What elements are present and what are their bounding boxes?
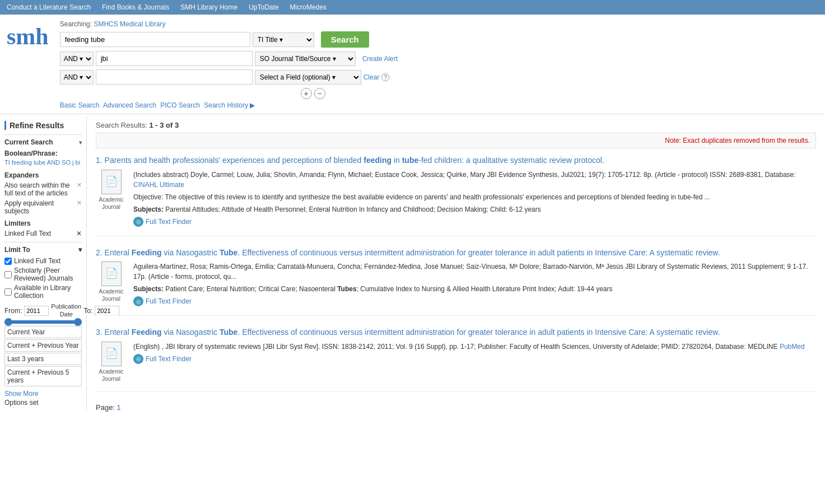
boolean-phrase-label: Boolean/Phrase: bbox=[4, 150, 58, 157]
search-row-2: AND ▾ SO Journal Title/Source ▾ Create A… bbox=[60, 51, 818, 66]
full-text-finder-3[interactable]: ◎ Full Text Finder bbox=[133, 354, 816, 364]
pico-search-link[interactable]: PICO Search bbox=[160, 101, 200, 109]
expander-remove-2[interactable]: ✕ bbox=[77, 199, 82, 207]
result-item-3: 3. Enteral Feeding via Nasogastric Tube.… bbox=[96, 327, 816, 392]
result-subjects-2: Subjects: Patient Care; Enteral Nutritio… bbox=[133, 284, 816, 294]
remove-row-button[interactable]: − bbox=[314, 88, 325, 99]
year-option-current[interactable]: Current Year bbox=[4, 326, 82, 338]
result-body-3: 📄 Academic Journal (English) , JBI libra… bbox=[96, 342, 816, 382]
expander-item-2: Apply equivalent subjects ✕ bbox=[4, 199, 82, 215]
library-link[interactable]: SMHCS Medical Library bbox=[94, 20, 165, 28]
current-search-section[interactable]: Current Search ▾ bbox=[4, 134, 82, 146]
search-links: Basic Search Advanced Search PICO Search… bbox=[60, 101, 818, 109]
expander-text-1: Also search within the full text of the … bbox=[4, 181, 74, 197]
doc-icon-1: 📄 bbox=[101, 170, 122, 194]
field-select-3[interactable]: Select a Field (optional) ▾ bbox=[255, 70, 361, 85]
nav-conduct-search[interactable]: Conduct a Literature Search bbox=[7, 3, 91, 11]
year-option-3years[interactable]: Last 3 years bbox=[4, 353, 82, 365]
options-set-label: Options set bbox=[4, 399, 82, 407]
result-item-2: 2. Enteral Feeding via Nasogastric Tube.… bbox=[96, 248, 816, 316]
journal-icon-3: 📄 Academic Journal bbox=[96, 342, 127, 382]
limiter-remove-1[interactable]: ✕ bbox=[76, 230, 82, 237]
limit-to-header[interactable]: Limit To ▾ bbox=[4, 246, 82, 254]
date-slider[interactable] bbox=[4, 320, 82, 324]
search-input-2[interactable] bbox=[96, 51, 253, 66]
advanced-search-link[interactable]: Advanced Search bbox=[103, 101, 156, 109]
clear-link[interactable]: Clear bbox=[363, 73, 380, 81]
field-select-2[interactable]: SO Journal Title/Source ▾ bbox=[255, 52, 356, 66]
journal-type-1: Academic Journal bbox=[99, 197, 124, 210]
field-select-1[interactable]: TI Title ▾ bbox=[253, 32, 314, 47]
refine-results-title: Refine Results bbox=[4, 121, 82, 130]
result-number-3: 3. Enteral Feeding via Nasogastric Tube.… bbox=[96, 327, 816, 338]
limiter-text-1: Linked Full Text bbox=[4, 230, 51, 237]
bool-select-3[interactable]: AND ▾ bbox=[60, 70, 94, 85]
results-header: Search Results: 1 - 3 of 3 bbox=[96, 121, 816, 129]
expander-remove-1[interactable]: ✕ bbox=[77, 181, 82, 189]
expander-item-1: Also search within the full text of the … bbox=[4, 181, 82, 197]
nav-micromedex[interactable]: MicroMedex bbox=[290, 3, 327, 11]
result-subjects-1: Subjects: Parental Attitudes; Attitude o… bbox=[133, 204, 816, 214]
search-input-3[interactable] bbox=[96, 69, 253, 85]
available-library-checkbox[interactable]: Available in Library Collection bbox=[4, 284, 82, 300]
search-history-link[interactable]: Search History ▶ bbox=[204, 101, 255, 109]
linked-full-text-checkbox[interactable]: Linked Full Text bbox=[4, 257, 82, 265]
full-text-finder-2[interactable]: ◎ Full Text Finder bbox=[133, 296, 816, 306]
result-title-2[interactable]: 2. Enteral Feeding via Nasogastric Tube.… bbox=[96, 248, 816, 259]
top-navigation: Conduct a Literature Search Find Books &… bbox=[0, 0, 825, 15]
page-label: Page: bbox=[96, 403, 115, 412]
result-details-2: Aguilera-Martínez, Rosa; Ramis-Ortega, E… bbox=[133, 262, 816, 306]
scholarly-label: Scholarly (Peer Reviewed) Journals bbox=[14, 267, 82, 282]
from-year-input[interactable] bbox=[24, 306, 49, 316]
slider-handle-right[interactable] bbox=[74, 318, 82, 326]
result-item-1: 1. Parents and health professionals' exp… bbox=[96, 155, 816, 236]
bool-select-2[interactable]: AND ▾ bbox=[60, 52, 94, 66]
search-button[interactable]: Search bbox=[321, 31, 369, 48]
scholarly-check[interactable] bbox=[4, 271, 12, 278]
scholarly-journals-checkbox[interactable]: Scholarly (Peer Reviewed) Journals bbox=[4, 267, 82, 282]
show-more-link[interactable]: Show More bbox=[4, 390, 82, 398]
result-objective-1: Objective: The objective of this review … bbox=[133, 192, 816, 202]
journal-icon-2: 📄 Academic Journal bbox=[96, 262, 127, 302]
available-label: Available in Library Collection bbox=[14, 284, 82, 300]
from-label: From: bbox=[4, 307, 22, 315]
limit-to-chevron: ▾ bbox=[78, 246, 82, 254]
help-icon[interactable]: ? bbox=[381, 73, 389, 81]
add-row-button[interactable]: + bbox=[301, 88, 312, 99]
duplicate-note: Note: Exact duplicates removed from the … bbox=[96, 133, 816, 148]
current-search-chevron: ▾ bbox=[79, 139, 82, 146]
result-title-1[interactable]: 1. Parents and health professionals' exp… bbox=[96, 155, 816, 166]
available-check[interactable] bbox=[4, 288, 12, 296]
expander-text-2: Apply equivalent subjects bbox=[4, 199, 74, 215]
slider-handle-left[interactable] bbox=[4, 318, 12, 326]
nav-uptodate[interactable]: UpToDate bbox=[249, 3, 278, 11]
date-range: From: Publication Date To: bbox=[4, 303, 82, 323]
result-title-3[interactable]: 3. Enteral Feeding via Nasogastric Tube.… bbox=[96, 327, 816, 338]
main-search-input[interactable] bbox=[60, 32, 250, 47]
page-nav: Page: 1 bbox=[96, 403, 816, 412]
nav-find-books[interactable]: Find Books & Journals bbox=[102, 3, 169, 11]
doc-icon-2: 📄 bbox=[101, 262, 122, 286]
results-range: 1 - 3 of 3 bbox=[149, 121, 179, 129]
phrase-link[interactable]: TI feeding tube AND SO j bi bbox=[4, 158, 82, 167]
linked-full-text-check[interactable] bbox=[4, 258, 12, 265]
result-details-1: (Includes abstract) Doyle, Carmel; Louw,… bbox=[133, 170, 816, 227]
year-option-5years[interactable]: Current + Previous 5 years bbox=[4, 366, 82, 386]
page-1-link[interactable]: 1 bbox=[117, 403, 121, 412]
header-area: smh Searching: SMHCS Medical Library TI … bbox=[0, 15, 825, 111]
journal-type-2: Academic Journal bbox=[99, 288, 124, 302]
search-row-1: TI Title ▾ Search bbox=[60, 31, 818, 48]
create-alert-link[interactable]: Create Alert bbox=[362, 55, 398, 63]
db-link-1[interactable]: CINAHL Ultimate bbox=[133, 181, 184, 189]
full-text-finder-1[interactable]: ◎ Full Text Finder bbox=[133, 217, 816, 227]
result-number-1: 1. Parents and health professionals' exp… bbox=[96, 155, 816, 166]
limiters-section: Limiters Linked Full Text ✕ bbox=[4, 220, 82, 237]
date-range-row: From: Publication Date To: bbox=[4, 303, 82, 318]
result-number-2: 2. Enteral Feeding via Nasogastric Tube.… bbox=[96, 248, 816, 259]
pubmed-link-3[interactable]: PubMed bbox=[780, 343, 805, 351]
nav-library-home[interactable]: SMH Library Home bbox=[180, 3, 237, 11]
result-meta-3: (English) , JBI library of systematic re… bbox=[133, 342, 816, 352]
limit-to-section: Limit To ▾ Linked Full Text Scholarly (P… bbox=[4, 242, 82, 406]
basic-search-link[interactable]: Basic Search bbox=[60, 101, 100, 109]
year-option-current-prev[interactable]: Current + Previous Year bbox=[4, 339, 82, 352]
